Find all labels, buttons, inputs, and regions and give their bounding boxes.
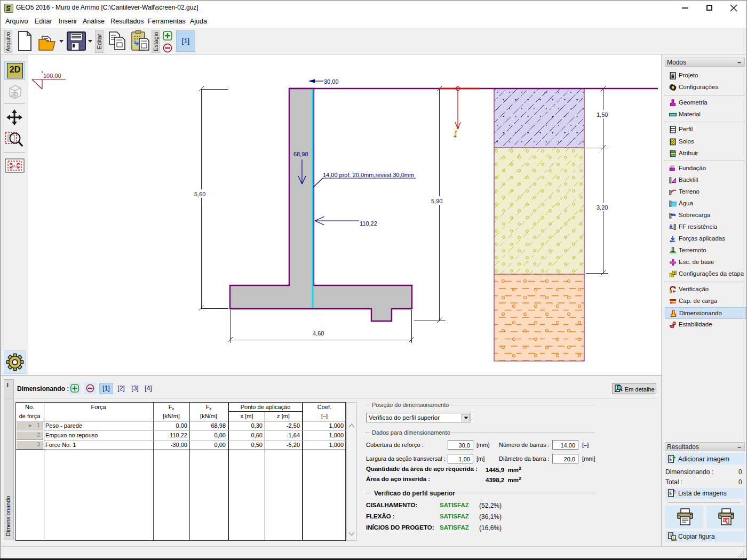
svg-text:14,00 prof. 20,0mm,revest 30,0: 14,00 prof. 20,0mm,revest 30,0mm <box>323 172 414 178</box>
svg-text:5,90: 5,90 <box>431 198 442 204</box>
svg-text:2: 2 <box>673 271 676 275</box>
svg-text:3D: 3D <box>11 91 18 98</box>
svg-text:5,60: 5,60 <box>194 191 205 197</box>
svg-text:110,22: 110,22 <box>360 220 377 227</box>
svg-text:68,98: 68,98 <box>293 151 308 157</box>
svg-text:1: 1 <box>673 536 675 540</box>
svg-text:1: 1 <box>671 274 672 277</box>
svg-text:3,20: 3,20 <box>597 204 608 211</box>
svg-text:+: + <box>454 133 457 139</box>
svg-text:30,00: 30,00 <box>324 78 339 85</box>
svg-text:1,50: 1,50 <box>597 111 608 118</box>
svg-text:4,60: 4,60 <box>313 330 324 337</box>
svg-text:100,00: 100,00 <box>43 73 61 79</box>
svg-text:3C: 3C <box>12 164 17 168</box>
